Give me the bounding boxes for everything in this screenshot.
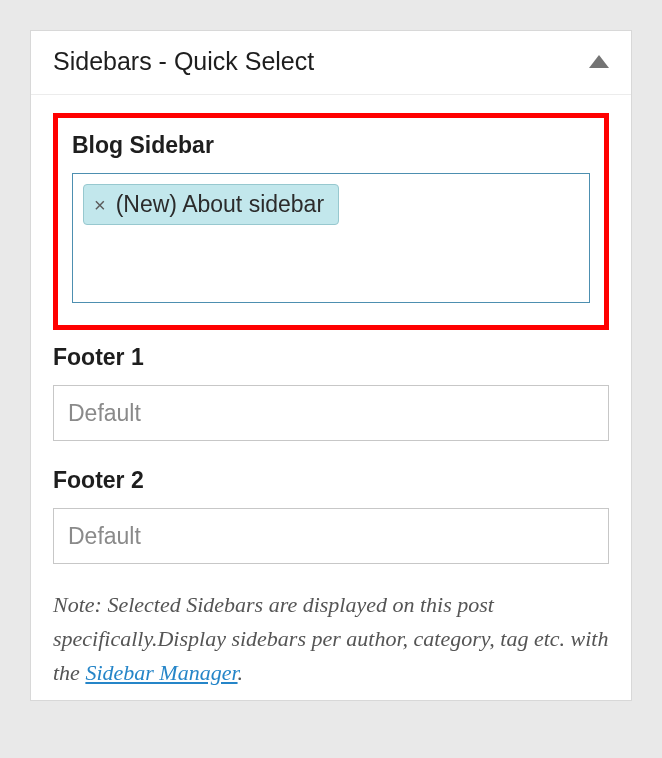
token-remove-icon[interactable]: × (94, 195, 106, 215)
blog-sidebar-label: Blog Sidebar (72, 132, 590, 159)
metabox-body: Blog Sidebar × (New) About sidebar Foote… (31, 95, 631, 700)
metabox-header[interactable]: Sidebars - Quick Select (31, 31, 631, 95)
note-text-after: . (238, 660, 244, 685)
footer2-label: Footer 2 (53, 467, 609, 494)
blog-sidebar-highlight: Blog Sidebar × (New) About sidebar (53, 113, 609, 330)
metabox-title: Sidebars - Quick Select (53, 47, 314, 76)
metabox-note: Note: Selected Sidebars are displayed on… (53, 588, 609, 690)
blog-sidebar-select[interactable]: × (New) About sidebar (72, 173, 590, 303)
footer1-label: Footer 1 (53, 344, 609, 371)
blog-sidebar-token: × (New) About sidebar (83, 184, 339, 225)
sidebars-quick-select-metabox: Sidebars - Quick Select Blog Sidebar × (… (30, 30, 632, 701)
footer2-select[interactable] (53, 508, 609, 564)
sidebar-manager-link[interactable]: Sidebar Manager (85, 660, 237, 685)
footer1-select[interactable] (53, 385, 609, 441)
token-label: (New) About sidebar (116, 191, 324, 218)
collapse-toggle-icon[interactable] (589, 55, 609, 68)
